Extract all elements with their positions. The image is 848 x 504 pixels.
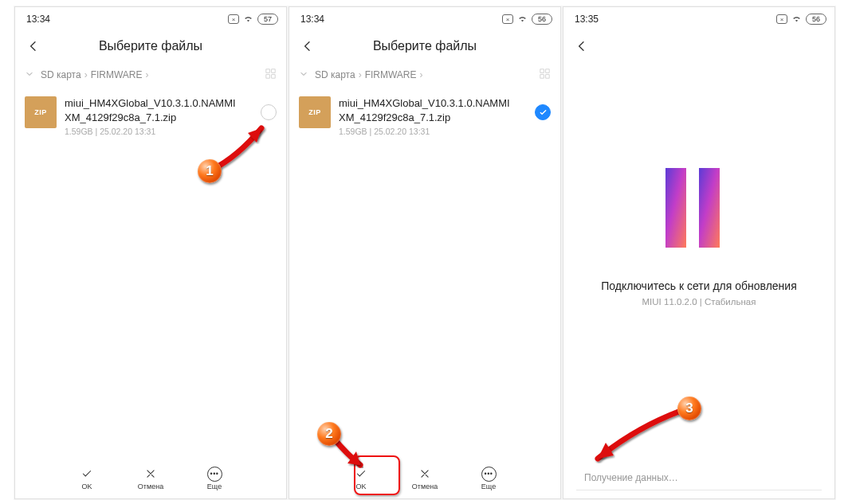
svg-rect-6 <box>540 75 544 78</box>
status-time: 13:34 <box>26 14 50 25</box>
check-icon <box>80 467 94 481</box>
svg-rect-5 <box>546 69 549 72</box>
more-icon: ••• <box>481 467 497 481</box>
header: Выберите файлы <box>289 28 560 64</box>
status-time: 13:34 <box>300 14 324 25</box>
file-name-line1: miui_HM4XGlobal_V10.3.1.0.NAMMI <box>339 96 527 111</box>
annotation-badge-1: 1 <box>198 159 222 183</box>
more-label: Еще <box>481 483 496 490</box>
close-icon <box>145 467 156 481</box>
header <box>563 28 834 64</box>
file-name-line2: XM_4129f29c8a_7.1.zip <box>339 111 527 125</box>
select-checkbox[interactable] <box>261 104 277 120</box>
receiving-text: Получение данных… <box>563 463 834 490</box>
select-checkbox[interactable] <box>535 104 551 120</box>
wifi-icon <box>243 14 253 24</box>
close-x-icon: × <box>776 14 787 24</box>
page-title: Выберите файлы <box>47 39 281 53</box>
svg-rect-1 <box>272 69 275 72</box>
back-button[interactable] <box>20 40 47 53</box>
close-x-icon: × <box>228 14 239 24</box>
zip-icon: ZIP <box>25 96 57 128</box>
update-message: Подключитесь к сети для обновления <box>601 279 797 292</box>
crumb-sep-icon: › <box>146 69 149 80</box>
file-name-line2: XM_4129f29c8a_7.1.zip <box>65 111 253 125</box>
svg-rect-2 <box>266 75 269 78</box>
more-button[interactable]: ••• Еще <box>470 467 507 490</box>
status-time: 13:35 <box>575 14 599 25</box>
cancel-button[interactable]: Отмена <box>406 467 443 490</box>
screen-3: 13:35 × 56 <box>563 6 835 499</box>
screen-1: 13:34 × 57 Выберите файлы SD карта › FIR… <box>14 6 287 499</box>
miui-11-logo <box>651 160 747 256</box>
ok-label: OK <box>355 483 366 490</box>
svg-rect-9 <box>699 168 720 248</box>
crumb-sep-icon: › <box>84 69 88 80</box>
back-button[interactable] <box>568 40 595 53</box>
file-info: miui_HM4XGlobal_V10.3.1.0.NAMMI XM_4129f… <box>339 96 527 137</box>
cancel-button[interactable]: Отмена <box>132 467 169 490</box>
svg-rect-0 <box>266 69 269 72</box>
chevron-down-icon <box>299 69 308 81</box>
svg-rect-8 <box>665 168 686 248</box>
statusbar: 13:35 × 56 <box>563 7 834 28</box>
file-meta: 1.59GB | 25.02.20 13:31 <box>339 126 527 137</box>
annotation-badge-3: 3 <box>677 397 701 420</box>
back-button[interactable] <box>294 40 321 53</box>
file-name-line1: miui_HM4XGlobal_V10.3.1.0.NAMMI <box>65 96 253 111</box>
header: Выберите файлы <box>15 28 286 64</box>
update-version: MIUI 11.0.2.0 | Стабильная <box>642 297 756 307</box>
statusbar: 13:34 × 57 <box>15 7 286 28</box>
battery-level: 57 <box>257 14 278 25</box>
more-label: Еще <box>207 483 222 490</box>
cancel-label: Отмена <box>138 483 163 490</box>
wifi-icon <box>517 14 528 24</box>
divider <box>576 490 822 490</box>
crumb-sep-icon: › <box>359 69 362 80</box>
zip-icon: ZIP <box>299 96 331 128</box>
more-icon: ••• <box>207 467 222 481</box>
updater-body: Подключитесь к сети для обновления MIUI … <box>563 64 834 498</box>
breadcrumb[interactable]: SD карта › FIRMWARE › <box>289 64 560 88</box>
chevron-down-icon <box>25 69 34 81</box>
ok-button[interactable]: OK <box>343 467 379 490</box>
grid-view-icon[interactable] <box>265 68 277 82</box>
crumb-firmware[interactable]: FIRMWARE <box>365 69 417 80</box>
svg-rect-4 <box>540 69 544 72</box>
crumb-sd[interactable]: SD карта <box>315 69 355 80</box>
cancel-label: Отмена <box>412 483 438 490</box>
close-icon <box>419 467 430 481</box>
close-x-icon: × <box>502 14 513 24</box>
file-row[interactable]: ZIP miui_HM4XGlobal_V10.3.1.0.NAMMI XM_4… <box>289 88 560 145</box>
svg-rect-7 <box>546 75 549 78</box>
wifi-icon <box>791 14 802 24</box>
canvas: 13:34 × 57 Выберите файлы SD карта › FIR… <box>0 0 848 504</box>
file-meta: 1.59GB | 25.02.20 13:31 <box>65 126 253 137</box>
grid-view-icon[interactable] <box>539 68 551 82</box>
crumb-firmware[interactable]: FIRMWARE <box>91 69 143 80</box>
bottom-actions: OK Отмена ••• Еще <box>289 459 560 498</box>
file-row[interactable]: ZIP miui_HM4XGlobal_V10.3.1.0.NAMMI XM_4… <box>15 88 286 145</box>
page-title: Выберите файлы <box>321 39 556 53</box>
statusbar: 13:34 × 56 <box>289 7 560 28</box>
more-button[interactable]: ••• Еще <box>196 467 233 490</box>
breadcrumb[interactable]: SD карта › FIRMWARE › <box>15 64 286 88</box>
battery-level: 56 <box>532 14 552 25</box>
check-icon <box>354 467 368 481</box>
ok-button[interactable]: OK <box>69 467 105 490</box>
bottom-actions: OK Отмена ••• Еще <box>15 459 286 498</box>
battery-level: 56 <box>806 14 826 25</box>
svg-rect-3 <box>272 75 275 78</box>
crumb-sep-icon: › <box>420 69 423 80</box>
annotation-badge-2: 2 <box>317 422 341 446</box>
crumb-sd[interactable]: SD карта <box>41 69 81 80</box>
ok-label: OK <box>81 483 92 490</box>
file-info: miui_HM4XGlobal_V10.3.1.0.NAMMI XM_4129f… <box>65 96 253 137</box>
